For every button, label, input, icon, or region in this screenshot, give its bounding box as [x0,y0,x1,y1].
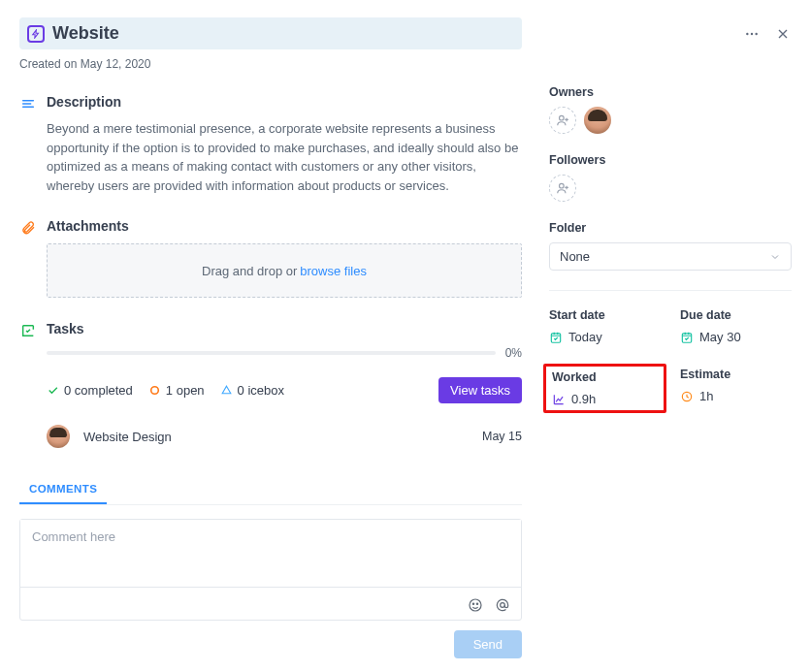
tasks-icon [19,322,37,339]
description-heading: Description [47,94,522,110]
estimate-cell[interactable]: Estimate 1h [680,368,792,409]
comment-input[interactable] [20,520,521,588]
calendar-icon [680,331,694,344]
created-date: Created on May 12, 2020 [19,57,522,71]
add-owner-button[interactable] [549,107,576,134]
comments-tabs: COMMENTS [19,475,522,505]
svg-point-0 [746,33,748,35]
close-icon[interactable] [774,25,792,43]
project-title: Website [52,23,119,44]
svg-point-6 [476,603,477,604]
owner-avatar[interactable] [584,107,611,134]
tasks-progress-pct: 0% [505,346,522,360]
send-button[interactable]: Send [454,630,522,658]
start-date-label: Start date [549,308,661,322]
chart-icon [552,393,566,406]
description-text[interactable]: Beyond a mere testimonial presence, a co… [47,119,522,195]
icebox-count: 0 icebox [238,383,284,398]
tasks-progress-bar [47,351,496,355]
svg-point-3 [151,387,159,395]
svg-rect-11 [682,333,691,341]
svg-point-2 [755,33,757,35]
browse-files-link[interactable]: browse files [300,264,367,278]
divider [549,290,792,291]
attachments-heading: Attachments [47,218,522,234]
svg-point-4 [470,599,481,611]
view-tasks-button[interactable]: View tasks [438,377,522,403]
more-icon[interactable] [743,25,761,43]
start-date-cell[interactable]: Start date Today [549,308,661,344]
completed-count: 0 completed [64,383,133,398]
main-column: Website Created on May 12, 2020 Descript… [19,17,549,658]
comment-box [19,519,522,621]
folder-select[interactable]: None [549,242,792,271]
svg-point-5 [472,603,473,604]
folder-label: Folder [549,221,792,235]
start-date-value: Today [568,330,602,344]
due-date-value: May 30 [699,330,741,344]
estimate-label: Estimate [680,368,792,381]
bolt-icon [27,25,45,43]
open-stat: 1 open [148,383,205,398]
comments-tab[interactable]: COMMENTS [19,475,107,504]
estimate-value: 1h [699,389,713,403]
due-date-cell[interactable]: Due date May 30 [680,308,792,344]
tasks-heading: Tasks [47,321,522,336]
dropzone-text: Drag and drop or [202,264,297,278]
svg-point-9 [560,183,565,188]
worked-value: 0.9h [571,392,596,406]
add-follower-button[interactable] [549,175,576,202]
clock-icon [680,390,694,403]
worked-label: Worked [552,370,658,384]
svg-point-8 [560,115,565,120]
worked-cell[interactable]: Worked 0.9h [543,364,666,413]
task-date: May 15 [482,430,522,443]
owners-label: Owners [549,85,792,99]
calendar-icon [549,331,563,344]
svg-point-7 [501,603,505,608]
open-count: 1 open [166,383,205,398]
paperclip-icon [19,219,37,237]
sidebar: Owners Followers Folder None [549,17,792,658]
followers-label: Followers [549,153,792,167]
description-section: Description Beyond a mere testimonial pr… [19,94,522,195]
folder-value: None [560,249,590,264]
task-row[interactable]: Website Design May 15 [47,425,522,448]
header-actions [743,25,792,43]
title-box[interactable]: Website [19,17,522,49]
tasks-section: Tasks 0% 0 completed 1 open [19,321,522,448]
attachments-dropzone[interactable]: Drag and drop or browse files [47,243,522,298]
attachments-section: Attachments Drag and drop or browse file… [19,218,522,298]
description-icon [19,95,37,112]
tasks-stats: 0 completed 1 open 0 icebox [47,383,284,398]
task-name: Website Design [83,430,172,444]
completed-stat: 0 completed [47,383,133,398]
mention-icon[interactable] [494,596,511,614]
title-row: Website [19,17,522,49]
chevron-down-icon [769,251,781,263]
svg-point-1 [751,33,753,35]
emoji-icon[interactable] [467,596,484,614]
due-date-label: Due date [680,308,792,322]
avatar [47,425,70,448]
svg-rect-10 [551,333,560,341]
icebox-stat: 0 icebox [220,383,284,398]
